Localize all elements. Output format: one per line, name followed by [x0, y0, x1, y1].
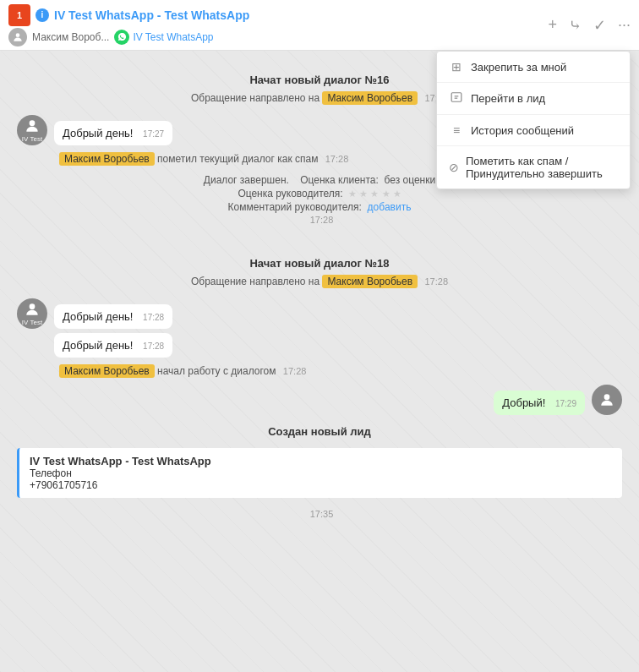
dialog18-header: Начат новый диалог №18 Обращение направл… [17, 257, 622, 288]
lead-name: IV Test WhatsApp - Test WhatsApp [30, 455, 612, 467]
page-title: IV Test WhatsApp - Test WhatsApp [54, 8, 249, 22]
more-button[interactable]: ··· [618, 16, 631, 34]
msg3-time: 17:28 [143, 341, 164, 351]
started-time: 17:28 [283, 366, 307, 376]
spam-icon: ⊘ [449, 161, 459, 174]
bubble-3: Добрый день! 17:28 [54, 333, 172, 358]
spam-time: 17:28 [325, 154, 349, 164]
dropdown-label-spam: Пометить как спам / Принудительно заверш… [466, 155, 618, 180]
dropdown-menu: ⊞ Закрепить за мной Перейти в лид ≡ Исто… [436, 51, 631, 189]
dropdown-label-pin: Закрепить за мной [471, 61, 566, 74]
chat-header: 1 i IV Test WhatsApp - Test WhatsApp Мак… [0, 0, 639, 51]
dropdown-label-lead: Перейти в лид [471, 92, 545, 105]
whatsapp-label: IV Test WhatsApp [133, 31, 213, 43]
dialog18-assign: Обращение направлено на Максим Воробьев … [17, 275, 622, 288]
redirect-button[interactable]: ⤷ [569, 16, 582, 35]
add-button[interactable]: + [548, 16, 557, 34]
lead-phone: +79061705716 [30, 479, 612, 491]
dialog18-assign-time: 17:28 [425, 276, 449, 287]
lead-time: 17:35 [17, 508, 622, 520]
bubble-1: Добрый день! 17:27 [54, 121, 172, 145]
msg-row-2: IV Test Добрый день! 17:28 [17, 298, 622, 329]
history-icon: ≡ [449, 123, 464, 137]
header-subtitle-row: Максим Вороб... IV Test WhatsApp [8, 28, 548, 46]
user-avatar-right [592, 385, 622, 415]
summary-time: 17:28 [21, 215, 622, 225]
lead-card: IV Test WhatsApp - Test WhatsApp Телефон… [17, 448, 622, 498]
bubble-reply: Добрый! 17:29 [494, 391, 585, 415]
agent-name: Максим Вороб... [32, 31, 109, 43]
started-notification: Максим Воробьев начал работу с диалогом … [17, 364, 622, 378]
info-icon: i [36, 8, 49, 22]
crm-logo: 1 [8, 4, 30, 26]
dropdown-label-history: История сообщений [471, 124, 574, 137]
lead-icon [449, 91, 464, 106]
reply-time: 17:29 [555, 399, 576, 408]
lead-phone-label: Телефон [30, 467, 612, 479]
dropdown-item-spam[interactable]: ⊘ Пометить как спам / Принудительно заве… [437, 146, 630, 188]
agent-avatar-small [8, 28, 27, 46]
svg-point-0 [16, 33, 20, 37]
pin-icon: ⊞ [449, 60, 464, 74]
add-comment-link[interactable]: добавить [368, 201, 412, 213]
svg-point-1 [30, 120, 36, 126]
header-title-row: 1 i IV Test WhatsApp - Test WhatsApp [8, 4, 548, 26]
dialog18-title: Начат новый диалог №18 [17, 257, 622, 270]
check-button[interactable]: ✓ [593, 16, 606, 35]
agent-avatar-1: IV Test [17, 115, 47, 145]
lead-section-title: Создан новый лид [17, 425, 622, 438]
agent-avatar-2: IV Test [17, 298, 47, 329]
svg-point-2 [30, 303, 36, 309]
dropdown-item-pin[interactable]: ⊞ Закрепить за мной [437, 52, 630, 83]
svg-point-3 [604, 394, 610, 400]
summary-supervisor: Оценка руководителя: ★ ★ ★ ★ ★ [17, 188, 622, 199]
msg-row-reply: Добрый! 17:29 [17, 385, 622, 415]
header-actions: + ⤷ ✓ ··· [548, 16, 631, 35]
started-agent-badge: Максим Воробьев [59, 364, 155, 378]
summary-comment: Комментарий руководителя: добавить [17, 201, 622, 213]
bubble-2: Добрый день! 17:28 [54, 304, 172, 329]
supervisor-stars: ★ ★ ★ ★ ★ [348, 188, 401, 199]
dialog18-agent-badge: Максим Воробьев [322, 275, 418, 288]
msg-row-3: Добрый день! 17:28 [17, 333, 622, 358]
msg1-time: 17:27 [143, 129, 164, 139]
header-left: 1 i IV Test WhatsApp - Test WhatsApp Мак… [8, 4, 548, 46]
whatsapp-badge: IV Test WhatsApp [114, 30, 213, 45]
dropdown-item-history[interactable]: ≡ История сообщений [437, 115, 630, 146]
dialog16-agent-badge: Максим Воробьев [322, 91, 418, 105]
whatsapp-icon [114, 30, 129, 45]
svg-rect-4 [451, 93, 462, 102]
spam-agent-badge: Максим Воробьев [59, 152, 155, 166]
dropdown-item-lead[interactable]: Перейти в лид [437, 83, 630, 115]
msg2-time: 17:28 [143, 313, 164, 322]
